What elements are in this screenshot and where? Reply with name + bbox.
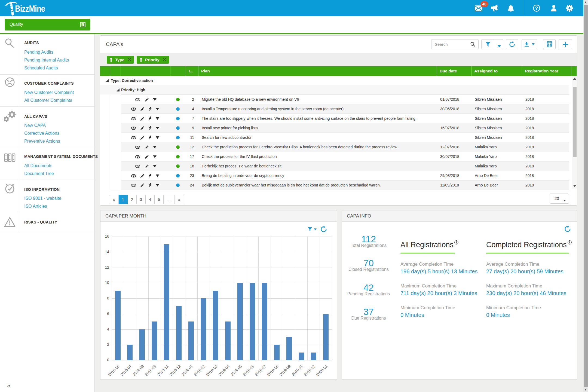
bar-2019-05[interactable] bbox=[237, 283, 243, 360]
sidebar-item-pending-internal-audits[interactable]: Pending Internal Audits bbox=[24, 58, 69, 63]
download-caret-icon[interactable] bbox=[532, 43, 535, 45]
pagination-page-5[interactable]: 5 bbox=[155, 195, 164, 204]
grid-header-col-group2[interactable] bbox=[110, 66, 121, 76]
bar-2019-09[interactable] bbox=[286, 337, 292, 360]
grid-header-col-group1[interactable] bbox=[100, 66, 110, 76]
settings-icon[interactable] bbox=[564, 0, 575, 16]
workflow-icon[interactable] bbox=[148, 117, 152, 121]
info-icon[interactable] bbox=[454, 241, 458, 245]
row-menu-caret-icon[interactable] bbox=[153, 98, 157, 101]
scroll-up-icon[interactable] bbox=[573, 78, 576, 80]
remove-sort-icon[interactable] bbox=[163, 57, 166, 62]
info-refresh-icon[interactable] bbox=[564, 226, 571, 233]
pagination-page-4[interactable]: 4 bbox=[146, 195, 155, 204]
bar-2018-08[interactable] bbox=[139, 329, 145, 360]
workflow-icon[interactable] bbox=[148, 174, 152, 178]
bar-2018-09[interactable] bbox=[152, 321, 157, 360]
row-menu-caret-icon[interactable] bbox=[156, 184, 159, 186]
grid-header-col-filler[interactable] bbox=[571, 66, 577, 76]
refresh-button[interactable] bbox=[506, 39, 518, 49]
page-scroll-down-icon[interactable] bbox=[584, 389, 587, 391]
grid-header-col-plan[interactable]: Plan bbox=[198, 66, 437, 76]
bar-2018-07[interactable] bbox=[127, 345, 133, 360]
bar-2019-12[interactable] bbox=[311, 353, 316, 360]
search-icon[interactable] bbox=[470, 42, 476, 48]
bar-2019-08[interactable] bbox=[274, 345, 280, 360]
pagination-page-1[interactable]: 1 bbox=[119, 195, 128, 204]
edit-icon[interactable] bbox=[145, 145, 149, 149]
edit-icon[interactable] bbox=[140, 107, 144, 111]
bar-2018-11[interactable] bbox=[164, 244, 169, 360]
row-menu-caret-icon[interactable] bbox=[156, 117, 159, 120]
sort-chip-priority[interactable]: Priority bbox=[137, 56, 169, 64]
announcements-icon[interactable] bbox=[489, 0, 500, 16]
user-icon[interactable] bbox=[548, 0, 559, 16]
chart-filter-icon[interactable] bbox=[308, 227, 317, 231]
edit-icon[interactable] bbox=[140, 136, 144, 140]
help-icon[interactable]: ? bbox=[531, 0, 542, 16]
edit-icon[interactable] bbox=[140, 126, 144, 130]
grid-header-col-due-date[interactable]: Due date bbox=[437, 66, 471, 76]
scroll-down-icon[interactable] bbox=[573, 185, 576, 187]
grid-vertical-scrollbar[interactable] bbox=[572, 76, 577, 189]
bar-2019-02[interactable] bbox=[201, 298, 206, 360]
view-icon[interactable] bbox=[131, 174, 136, 177]
workflow-icon[interactable] bbox=[148, 136, 152, 140]
view-icon[interactable] bbox=[135, 165, 140, 168]
table-row[interactable]: 12Check the production process for Cereb… bbox=[121, 142, 569, 152]
remove-sort-icon[interactable] bbox=[128, 57, 131, 62]
row-menu-caret-icon[interactable] bbox=[153, 165, 157, 167]
grid-header-col-status[interactable] bbox=[170, 66, 186, 76]
page-scroll-up-icon[interactable] bbox=[584, 1, 587, 3]
row-menu-caret-icon[interactable] bbox=[156, 108, 159, 110]
sidebar-item-new-customer-complaint[interactable]: New Customer Complaint bbox=[24, 90, 74, 95]
edit-icon[interactable] bbox=[140, 117, 144, 121]
page-scroll-thumb[interactable] bbox=[584, 5, 588, 387]
sidebar-item-iso-9001-website[interactable]: ISO 9001 - website bbox=[24, 196, 61, 201]
row-menu-caret-icon[interactable] bbox=[156, 127, 159, 129]
download-split-button[interactable] bbox=[522, 39, 537, 49]
sort-chip-type[interactable]: Type bbox=[107, 56, 134, 64]
edit-icon[interactable] bbox=[140, 183, 144, 188]
row-menu-caret-icon[interactable] bbox=[156, 136, 159, 139]
view-icon[interactable] bbox=[131, 127, 136, 130]
workflow-icon[interactable] bbox=[148, 126, 152, 130]
row-menu-caret-icon[interactable] bbox=[153, 146, 157, 148]
table-row[interactable]: 17Check the process for the IV fluid pro… bbox=[121, 152, 569, 161]
edit-icon[interactable] bbox=[140, 174, 144, 178]
delete-button[interactable] bbox=[543, 39, 556, 49]
sidebar-item-preventive-actions[interactable]: Preventive Actions bbox=[24, 139, 60, 144]
bar-2019-04[interactable] bbox=[225, 321, 231, 360]
sidebar-item-iso-articles[interactable]: ISO Articles bbox=[24, 204, 47, 209]
page-scrollbar[interactable] bbox=[583, 0, 588, 392]
grid-header-col-actions[interactable] bbox=[121, 66, 170, 76]
search-input[interactable] bbox=[435, 41, 469, 47]
pagination-page-[interactable]: ... bbox=[164, 195, 174, 204]
group-row-type[interactable]: Type: Corrective action bbox=[100, 76, 569, 85]
bar-2019-01[interactable] bbox=[188, 321, 194, 360]
grid-scroll-thumb[interactable] bbox=[573, 87, 577, 157]
workspace-selector-button[interactable]: Quality bbox=[5, 19, 90, 30]
pagination-prev[interactable]: « bbox=[109, 195, 119, 204]
view-icon[interactable] bbox=[131, 184, 136, 187]
filter-caret-icon[interactable] bbox=[498, 44, 501, 48]
bar-2018-12[interactable] bbox=[176, 306, 182, 360]
grid-header-col-assigned-to[interactable]: Assigned to bbox=[471, 66, 522, 76]
bar-2019-11[interactable] bbox=[299, 353, 304, 360]
view-icon[interactable] bbox=[131, 117, 136, 120]
grid-header-col-registration-year[interactable]: Registration Year bbox=[522, 66, 571, 76]
view-icon[interactable] bbox=[131, 108, 136, 111]
table-row[interactable]: 23Breng de betaling in orde voor de cryp… bbox=[121, 171, 569, 180]
grid-header-col-id[interactable]: I... bbox=[186, 66, 198, 76]
view-icon[interactable] bbox=[135, 98, 140, 101]
sidebar-item-new-capa[interactable]: New CAPA bbox=[24, 123, 46, 128]
workflow-icon[interactable] bbox=[148, 183, 152, 187]
bar-2018-06[interactable] bbox=[115, 291, 121, 360]
table-row[interactable]: 9Install new printer for picking lists.1… bbox=[121, 123, 569, 133]
bizzmine-logo[interactable]: BizzMine bbox=[5, 1, 68, 16]
table-row[interactable]: 18Herbekijk het proces, zie waar de bott… bbox=[121, 161, 569, 171]
bar-2019-07[interactable] bbox=[262, 283, 267, 360]
group-row-priority[interactable]: Priority: High bbox=[100, 85, 569, 94]
workflow-icon[interactable] bbox=[148, 107, 152, 111]
bar-2019-06[interactable] bbox=[250, 283, 255, 360]
